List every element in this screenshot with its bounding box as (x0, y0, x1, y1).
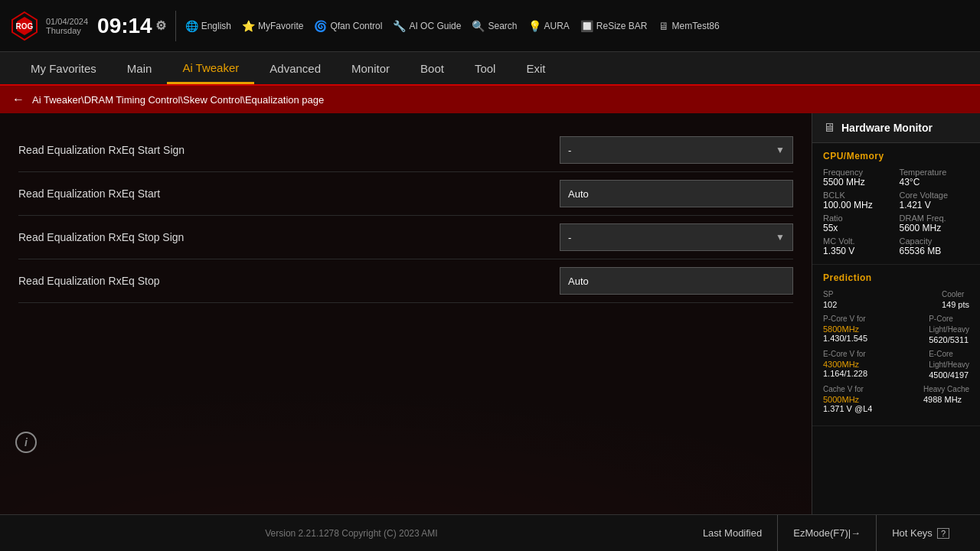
cpu-memory-title: CPU/Memory (823, 151, 969, 161)
cooler-value: 149 pts (942, 300, 969, 309)
sp-cooler-row: SP 102 Cooler 149 pts (823, 289, 969, 309)
nav-qfan[interactable]: 🌀 Qfan Control (314, 20, 382, 32)
menu-advanced[interactable]: Advanced (254, 54, 336, 83)
ratio-value: 55x (823, 223, 893, 233)
capacity-label: Capacity (900, 236, 970, 246)
dram-freq-item: DRAM Freq. 5600 MHz (900, 214, 970, 233)
cpu-memory-grid: Frequency 5500 MHz Temperature 43°C BCLK… (823, 168, 969, 256)
nav-resizebar[interactable]: 🔲 ReSize BAR (580, 20, 648, 32)
pcore-lh-label2: Light/Heavy (929, 324, 969, 335)
nav-aura-label: AURA (544, 21, 570, 31)
right-panel: 🖥 Hardware Monitor CPU/Memory Frequency … (812, 113, 980, 514)
cpu-memory-section: CPU/Memory Frequency 5500 MHz Temperatur… (812, 143, 980, 265)
cache-v-freq: 5000MHz (823, 395, 872, 404)
monitor-icon: 🖥 (823, 121, 835, 135)
heavy-cache-value: 4988 MHz (923, 395, 969, 404)
nav-aioc-label: AI OC Guide (409, 21, 461, 31)
globe-icon: 🌐 (185, 20, 198, 32)
menu-tool[interactable]: Tool (459, 54, 511, 83)
setting-control-rxeq-start: Auto (560, 180, 793, 207)
rog-logo: ROG (9, 11, 40, 41)
pcore-v-value: 1.430/1.545 (823, 334, 867, 343)
nav-search[interactable]: 🔍 Search (472, 20, 517, 32)
value-rxeq-start[interactable]: Auto (560, 180, 793, 207)
nav-english-label: English (201, 21, 231, 31)
last-modified-button[interactable]: Last Modified (688, 515, 778, 552)
ratio-label: Ratio (823, 214, 893, 223)
ecore-lh-label2: Light/Heavy (929, 360, 969, 370)
ezmode-label: EzMode(F7)|→ (793, 527, 861, 539)
cooler-label: Cooler (942, 289, 969, 300)
pcore-v-freq: 5800MHz (823, 324, 867, 334)
frequency-value: 5500 MHz (823, 177, 893, 187)
main-layout: Read Equalization RxEq Start Sign - ▼ Re… (0, 113, 980, 514)
ecore-v-label: E-Core V for (823, 349, 867, 360)
menu-my-favorites[interactable]: My Favorites (15, 54, 112, 83)
core-voltage-value: 1.421 V (900, 200, 970, 210)
cache-row: Cache V for 5000MHz 1.371 V @L4 Heavy Ca… (823, 384, 969, 413)
nav-aioc[interactable]: 🔧 AI OC Guide (393, 20, 461, 32)
menu-main[interactable]: Main (112, 54, 168, 83)
dropdown-rxeq-stop-sign[interactable]: - ▼ (560, 223, 793, 251)
header-divider (175, 11, 176, 41)
value-rxeq-stop[interactable]: Auto (560, 267, 793, 295)
nav-qfan-label: Qfan Control (330, 21, 382, 31)
pcore-v-label: P-Core V for (823, 314, 867, 324)
hot-keys-button[interactable]: Hot Keys ? (877, 515, 965, 552)
nav-myfavorite-label: MyFavorite (258, 21, 303, 31)
setting-row-rxeq-stop-sign: Read Equalization RxEq Stop Sign - ▼ (18, 216, 793, 259)
dropdown-rxeq-start-sign[interactable]: - ▼ (560, 136, 793, 164)
ezmode-button[interactable]: EzMode(F7)|→ (778, 515, 877, 552)
menu-boot[interactable]: Boot (405, 54, 459, 83)
setting-row-rxeq-stop: Read Equalization RxEq Stop Auto (18, 259, 793, 303)
nav-memtest[interactable]: 🖥 MemTest86 (658, 20, 720, 32)
header-datetime: 01/04/2024 Thursday (46, 17, 88, 35)
core-voltage-item: Core Voltage 1.421 V (900, 191, 970, 210)
core-voltage-label: Core Voltage (900, 191, 970, 200)
breadcrumb: ← Ai Tweaker\DRAM Timing Control\Skew Co… (0, 86, 980, 113)
gear-icon[interactable]: ⚙ (155, 18, 166, 33)
menu-exit[interactable]: Exit (511, 54, 560, 83)
pcore-lh-value: 5620/5311 (929, 335, 969, 344)
bclk-item: BCLK 100.00 MHz (823, 191, 893, 210)
heavy-cache-label: Heavy Cache (923, 384, 969, 395)
nav-english[interactable]: 🌐 English (185, 20, 231, 32)
star-icon: ⭐ (242, 20, 255, 32)
aura-icon: 💡 (528, 20, 541, 32)
memory-icon: 🖥 (658, 20, 669, 32)
nav-aura[interactable]: 💡 AURA (528, 20, 570, 32)
back-arrow-icon[interactable]: ← (12, 93, 24, 106)
menu-monitor[interactable]: Monitor (336, 54, 405, 83)
bclk-label: BCLK (823, 191, 893, 200)
capacity-value: 65536 MB (900, 246, 970, 256)
mc-volt-label: MC Volt. (823, 236, 893, 246)
dram-freq-value: 5600 MHz (900, 223, 970, 233)
pcore-lh-group: P-Core Light/Heavy 5620/5311 (929, 314, 969, 344)
temperature-label: Temperature (900, 168, 970, 177)
header-time: 09:14 ⚙ (97, 14, 166, 38)
pcore-row: P-Core V for 5800MHz 1.430/1.545 P-Core … (823, 314, 969, 344)
temperature-value: 43°C (900, 177, 970, 187)
mc-volt-value: 1.350 V (823, 246, 893, 256)
header-date: 01/04/2024 (46, 17, 88, 26)
sp-group: SP 102 (823, 289, 837, 309)
menubar: My Favorites Main Ai Tweaker Advanced Mo… (0, 52, 980, 86)
ecore-v-value: 1.164/1.228 (823, 369, 867, 378)
heavy-cache-group: Heavy Cache 4988 MHz (923, 384, 969, 413)
nav-resizebar-label: ReSize BAR (596, 21, 648, 31)
setting-label-rxeq-start: Read Equalization RxEq Start (18, 187, 560, 200)
setting-row-rxeq-start-sign: Read Equalization RxEq Start Sign - ▼ (18, 129, 793, 172)
footer-copyright: Version 2.21.1278 Copyright (C) 2023 AMI (15, 528, 688, 539)
setting-label-rxeq-stop-sign: Read Equalization RxEq Stop Sign (18, 231, 560, 243)
nav-search-label: Search (488, 21, 517, 31)
info-icon[interactable]: i (15, 432, 37, 453)
dram-freq-label: DRAM Freq. (900, 214, 970, 223)
menu-ai-tweaker[interactable]: Ai Tweaker (167, 54, 254, 84)
pcore-v-group: P-Core V for 5800MHz 1.430/1.545 (823, 314, 867, 344)
ratio-item: Ratio 55x (823, 214, 893, 233)
cache-v-label: Cache V for (823, 384, 872, 395)
ecore-lh-value: 4500/4197 (929, 370, 969, 380)
nav-myfavorite[interactable]: ⭐ MyFavorite (242, 20, 303, 32)
ecore-v-freq: 4300MHz (823, 360, 867, 369)
ecore-row: E-Core V for 4300MHz 1.164/1.228 E-Core … (823, 349, 969, 380)
